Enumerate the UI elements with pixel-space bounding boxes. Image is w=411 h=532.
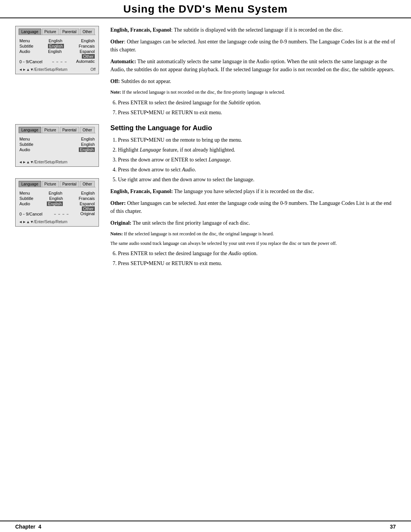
row-label: Audio [19,49,30,54]
row-label: Subtitle [19,196,33,201]
cancel-val2-3: Original [80,211,95,217]
note-bold-b1: Notes: [110,231,123,236]
tab-picture-3: Picture [42,181,59,187]
cancel-label: 0－9/Cancel [19,59,43,65]
step-b3-italic: Language [209,157,230,163]
row-val2: Espanol [80,49,95,54]
step-b1: Press SETUP•MENU on the remote to bring … [118,136,396,144]
note-text-b2: The same audio sound track language can … [110,240,396,247]
para-bold-3: Automatic: [110,59,136,64]
other-label-3: Other [82,206,95,211]
menu-box-3: Language Picture Parental Other Menu Eng… [15,178,99,227]
para-rest-b2: Other languages can be selected. Just en… [110,200,391,214]
menu-row-subtitle-1: Subtitle English Francais [19,43,96,49]
step-b6-italic: Audio [228,251,241,256]
menu-row-other-1: Other [19,54,96,59]
row-label: Menu [19,191,30,195]
cancel-val2: Automatic [76,59,95,65]
cancel-val: －－－－ [51,59,68,65]
menu-row-subtitle-2: Subtitle English [19,142,96,147]
menu-nav-1: ◄►▲▼/Enter/Setup/Return Off [19,67,96,72]
menu-box-2: Language Picture Parental Other Menu Eng… [15,124,99,167]
para-rest-b3: The unit selects the first priority lang… [131,220,250,226]
page-title: Using the DVD's Menu System [15,3,396,15]
para-bold-b1: English, Francais, Espanol: [110,189,173,194]
note-rest-1: If the selected language is not recorded… [121,89,285,95]
menu-row-menu-1: Menu English English [19,38,96,43]
step-b5: Use right arrow and then the down arrow … [118,176,396,184]
nav-val-1: Off [91,67,96,72]
tab-language-2: Language [19,127,41,133]
note-rest-b1: If the selected language is not recorded… [123,231,274,236]
footer-left: Chapter 4 [15,524,41,530]
menu-row-other-3: Other [19,206,96,211]
note-text-1: Note: If the selected language is not re… [110,89,396,96]
chapter-num: 4 [38,524,41,530]
para-rest-b1: The language you have selected plays if … [173,189,314,194]
cancel-val-3: －－－－ [53,211,70,217]
row-val1: English [48,49,62,54]
para-subtitle-english: English, Francais, Espanol: The subtitle… [110,26,396,34]
step-b4: Press the down arrow to selct Audio. [118,166,396,174]
steps-list-3: Press ENTER to select the desired langua… [110,249,396,267]
tab-language-1: Language [19,29,41,35]
para-subtitle-other: Other: Other languages can be selected. … [110,38,396,54]
row-val1: English [81,137,95,141]
tab-parental-2: Parental [60,127,79,133]
para-bold-4: Off: [110,78,120,84]
para-audio-other: Other: Other languages can be selected. … [110,199,396,215]
note-text-b1: Notes: If the selected language is not r… [110,231,396,237]
step6-italic: Subtitle [228,100,245,105]
para-rest-3: The unit automatically selects the same … [110,59,394,72]
para-bold-b3: Original: [110,220,131,226]
tab-parental-3: Parental [60,181,79,187]
para-audio-original: Original: The unit selects the first pri… [110,219,396,227]
nav-text-1: ◄►▲▼/Enter/Setup/Return [19,67,67,72]
row-label: Audio [19,147,30,152]
row-val1: English [49,191,62,195]
row-val2: English [81,191,95,195]
row-label: Subtitle [19,44,33,48]
row-val1: English [49,38,62,43]
tab-other-1: Other [80,29,95,35]
menu-row-cancel-3: 0－9/Cancel －－－－ Original [19,211,96,217]
row-label: Menu [19,38,30,43]
row-val1: English [81,142,95,147]
other-label-1: Other [82,54,95,59]
menu-row-menu-2: Menu English [19,136,96,142]
row-val1-hl: English [47,201,63,206]
step-b2: Highlight Language feature, if not alrea… [118,146,396,154]
menu-box-1: Language Picture Parental Other Menu Eng… [15,26,99,74]
para-rest-2: : Other languages can be selected. Just … [110,39,395,53]
menu-rows-1: Menu English English Subtitle English Fr… [19,37,96,66]
menu-row-subtitle-3: Subtitle English Francais [19,196,96,201]
step-6: Press ENTER to select the desired langua… [118,99,396,107]
cancel-label-3: 0－9/Cancel [19,211,43,217]
row-val1-hl: English [79,147,95,152]
para-bold-2: Other [110,39,124,45]
bottom-section-text: Setting the Language for Audio Press SET… [110,124,396,272]
nav-text-2: ◄►▲▼/Enter/Setup/Return [19,160,67,164]
top-section-text: English, Francais, Espanol: The subtitle… [110,26,396,120]
row-val2: Francais [79,44,95,48]
menu-row-audio-3: Audio English Espanol [19,201,96,206]
menu-rows-2: Menu English Subtitle English Audio Engl… [19,136,96,153]
nav-text-3: ◄►▲▼/Enter/Setup/Return [19,220,67,224]
footer-right: 37 [390,524,396,530]
section-heading-audio: Setting the Language for Audio [110,124,396,132]
para-audio-english: English, Francais, Espanol: The language… [110,187,396,195]
steps-list-2: Press SETUP•MENU on the remote to bring … [110,136,396,184]
para-off: Off: Subtitles do not appear. [110,77,396,85]
para-bold-1: English, Francais, Espanol [110,27,171,33]
para-bold-b2: Other: [110,200,126,206]
tab-picture-1: Picture [42,29,59,35]
tab-other-2: Other [80,127,95,133]
row-label: Subtitle [19,142,33,147]
para-rest-4: Subtitles do not appear. [120,78,171,84]
step-b4-italic: Audio [182,167,194,173]
menu-row-menu-3: Menu English English [19,190,96,196]
tab-other-3: Other [80,181,95,187]
note-b2-text: The same audio sound track language can … [110,241,337,246]
row-label: Menu [19,137,30,141]
menu-tabs-2: Language Picture Parental Other [19,127,96,133]
